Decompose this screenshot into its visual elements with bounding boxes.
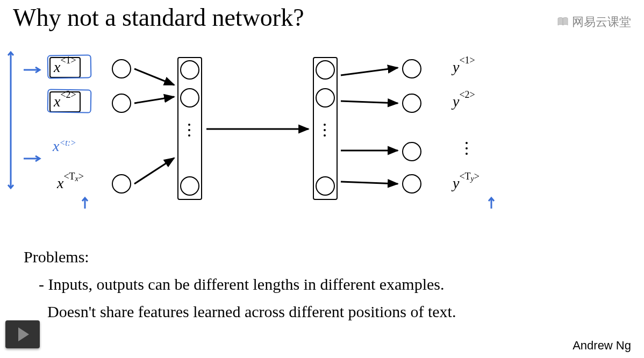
svg-line-4: [341, 68, 398, 75]
output-node-1: [402, 59, 421, 78]
h2-node-1: [316, 60, 335, 80]
h2-node-2: [316, 88, 335, 108]
play-button[interactable]: [5, 320, 40, 348]
hand-arrow-up-xTx: [78, 195, 95, 211]
problem-1: - Inputs, outputs can be different lengt…: [24, 270, 626, 298]
output-node-Ty: [402, 174, 421, 194]
problems-block: Problems: - Inputs, outputs can be diffe…: [24, 243, 626, 325]
hand-box-x2: [47, 89, 92, 113]
watermark-text: 网易云课堂: [572, 14, 631, 30]
h1-node-last: [180, 176, 199, 196]
slide-title: Why not a standard network?: [13, 3, 304, 32]
input-node-1: [112, 59, 131, 78]
svg-line-7: [341, 182, 398, 184]
input-node-Tx: [112, 174, 131, 194]
network-diagram: x<1> x<2> x<t:> x<Tx> y<1> y<2> y<Ty>: [0, 43, 644, 215]
h1-node-2: [180, 88, 199, 108]
author-text: Andrew Ng: [573, 339, 631, 353]
problems-heading: Problems:: [24, 243, 626, 270]
book-icon: [557, 17, 569, 27]
hand-arrow-up-yTy: [485, 195, 501, 211]
output-vdots: [466, 142, 468, 155]
svg-line-2: [134, 158, 174, 184]
input-xt-hand: x<t:>: [53, 138, 76, 155]
hand-box-x1: [47, 54, 92, 78]
output-y1: y<1>: [453, 58, 475, 76]
h2-vdots: [324, 124, 326, 137]
svg-line-1: [134, 97, 174, 103]
svg-line-0: [134, 69, 174, 85]
watermark: 网易云课堂: [557, 14, 631, 30]
input-node-2: [112, 94, 131, 113]
output-node-2: [402, 94, 421, 113]
output-node-3: [402, 142, 421, 161]
problem-2: Doesn't share features learned across di…: [24, 298, 626, 325]
output-y2: y<2>: [453, 92, 475, 110]
svg-line-5: [341, 101, 398, 103]
h1-node-1: [180, 60, 199, 80]
h2-node-last: [316, 176, 335, 196]
input-xTx: x<Tx>: [57, 174, 84, 192]
h1-vdots: [188, 124, 190, 137]
play-icon: [18, 327, 29, 341]
output-yTy: y<Ty>: [453, 174, 480, 192]
hand-arrows-left: [0, 48, 43, 210]
